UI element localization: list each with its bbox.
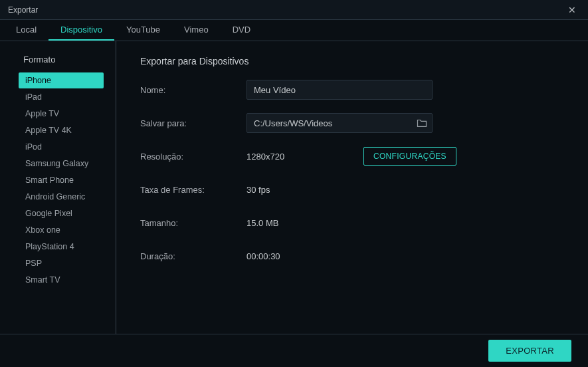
row-framerate: Taxa de Frames: 30 fps [140,180,569,199]
size-label: Tamanho: [140,218,246,228]
footer: EXPORTAR [0,334,588,367]
format-item-apple-tv-4k[interactable]: Apple TV 4K [19,122,104,138]
close-icon[interactable]: ✕ [564,2,580,18]
format-item-apple-tv[interactable]: Apple TV [19,106,104,122]
tab-vimeo[interactable]: Vimeo [172,20,221,41]
format-list: iPhone iPad Apple TV Apple TV 4K iPod Sa… [0,72,116,288]
format-item-xbox-one[interactable]: Xbox one [19,222,104,238]
folder-icon[interactable] [417,118,427,128]
format-item-android-generic[interactable]: Android Generic [19,189,104,205]
name-input[interactable] [246,80,433,100]
resolution-label: Resolução: [140,152,246,162]
tab-dvd[interactable]: DVD [221,20,262,41]
format-item-ipod[interactable]: iPod [19,139,104,155]
export-button[interactable]: EXPORTAR [488,340,571,362]
framerate-value: 30 fps [246,185,270,195]
sidebar: Formato iPhone iPad Apple TV Apple TV 4K… [0,41,116,334]
row-resolution: Resolução: 1280x720 CONFIGURAÇÕES [140,146,569,166]
sidebar-heading: Formato [0,55,116,72]
resolution-value: 1280x720 [246,152,313,162]
format-item-samsung-galaxy[interactable]: Samsung Galaxy [19,156,104,172]
format-item-iphone[interactable]: iPhone [19,72,104,88]
framerate-label: Taxa de Frames: [140,185,246,195]
format-item-psp[interactable]: PSP [19,255,104,271]
format-item-ipad[interactable]: iPad [19,89,104,105]
content: Formato iPhone iPad Apple TV Apple TV 4K… [0,41,588,334]
settings-button[interactable]: CONFIGURAÇÕES [363,147,456,166]
duration-label: Duração: [140,251,246,261]
format-item-google-pixel[interactable]: Google Pixel [19,205,104,221]
section-title: Exportar para Dispositivos [140,56,569,66]
main-panel: Exportar para Dispositivos Nome: Salvar … [116,41,588,334]
name-label: Nome: [140,85,246,95]
save-to-label: Salvar para: [140,118,246,128]
row-save-to: Salvar para: [140,113,569,133]
spacer [140,279,569,323]
tab-youtube[interactable]: YouTube [114,20,172,41]
save-to-input[interactable] [246,113,433,133]
row-name: Nome: [140,80,569,100]
tab-local[interactable]: Local [4,20,49,41]
save-to-input-wrap [246,113,433,133]
window-title: Exportar [8,5,38,15]
size-value: 15.0 MB [246,218,278,228]
duration-value: 00:00:30 [246,251,280,261]
tabs: Local Dispositivo YouTube Vimeo DVD [0,20,588,41]
row-duration: Duração: 00:00:30 [140,246,569,266]
format-item-smart-phone[interactable]: Smart Phone [19,172,104,188]
format-item-smart-tv[interactable]: Smart TV [19,272,104,288]
titlebar: Exportar ✕ [0,0,588,20]
tab-dispositivo[interactable]: Dispositivo [49,20,114,41]
format-item-playstation-4[interactable]: PlayStation 4 [19,239,104,255]
row-size: Tamanho: 15.0 MB [140,213,569,233]
